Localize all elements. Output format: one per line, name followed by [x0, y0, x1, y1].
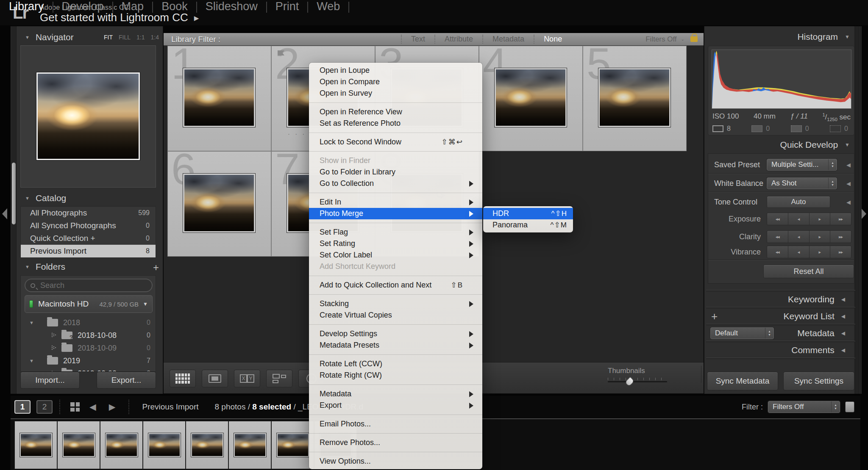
navigator-header[interactable]: ▼ Navigator FITFILL1:11:4 — [25, 32, 159, 42]
shutter-value[interactable]: 1/1250 sec — [822, 112, 851, 122]
filter-lock-icon[interactable] — [690, 36, 698, 42]
context-menu-item[interactable]: Rotate Right (CW) — [309, 370, 482, 381]
decrease-button[interactable]: ◂ — [788, 246, 810, 258]
stepper-arrows-icon[interactable]: ▼▼ — [828, 178, 837, 189]
increase-large-button[interactable]: ▸▸ — [830, 213, 851, 225]
photo-cell[interactable]: 5 — [583, 46, 687, 151]
filmstrip-thumbnail[interactable] — [100, 421, 143, 469]
filmstrip-thumbnail[interactable] — [186, 421, 228, 469]
volume-disclosure-icon[interactable]: ▼ — [143, 301, 148, 307]
folder-expand-icon[interactable]: ▼ — [29, 320, 35, 325]
catalog-item[interactable]: All Photographs 599 — [21, 207, 156, 219]
context-menu-item[interactable]: Go to Folder in Library — [309, 166, 482, 178]
import-button[interactable]: Import... — [20, 372, 80, 389]
sync-metadata-button[interactable]: Sync Metadata — [707, 372, 778, 390]
collapse-left-icon[interactable]: ◀ — [846, 162, 851, 168]
decrease-large-button[interactable]: ◂◂ — [767, 231, 788, 243]
catalog-item[interactable]: All Synced Photographs 0 — [21, 219, 156, 232]
stepper-arrows-icon[interactable]: ▼▼ — [828, 159, 837, 170]
filter-option[interactable]: Text — [401, 35, 434, 44]
module-tab[interactable]: Develop — [53, 0, 113, 13]
folder-expand-icon[interactable]: ▼ — [29, 358, 35, 363]
module-tab[interactable]: Map — [113, 0, 153, 13]
left-panel-collapse-icon[interactable] — [2, 208, 7, 219]
loupe-view-button[interactable] — [202, 370, 228, 387]
histogram-header[interactable]: Histogram ▼ — [797, 32, 850, 42]
increase-button[interactable]: ▸ — [810, 231, 831, 243]
survey-view-button[interactable] — [266, 370, 292, 387]
collapse-left-icon[interactable]: ◀ — [846, 180, 851, 187]
export-button[interactable]: Export... — [97, 372, 156, 389]
zoom-option[interactable]: 1:1 — [136, 34, 145, 41]
context-menu-item[interactable]: Add Shortcut Keyword — [309, 261, 482, 272]
auto-tone-button[interactable]: Auto — [767, 196, 830, 208]
folders-header[interactable]: ▼ Folders + — [25, 262, 159, 272]
module-tab[interactable]: Book — [153, 0, 197, 13]
folder-row[interactable]: ▼ 2019 7 — [21, 354, 156, 367]
grid-view-button[interactable] — [170, 370, 196, 387]
histogram-plot[interactable] — [712, 50, 851, 109]
navigator-preview[interactable] — [20, 45, 156, 188]
context-menu-item[interactable]: Add to Quick Collection and Next ⇧B — [309, 279, 482, 291]
filmstrip-thumbnail[interactable] — [14, 421, 57, 469]
module-tab[interactable]: Web — [308, 0, 349, 13]
folder-row[interactable]: ▼ 2018 0 — [21, 316, 156, 329]
filter-option[interactable]: Metadata — [482, 35, 534, 44]
photo-thumbnail[interactable] — [495, 68, 567, 127]
context-menu-item[interactable]: Stacking — [309, 298, 482, 310]
folder-row[interactable]: ▼ 2018-10-09 0 — [21, 342, 156, 354]
context-menu-item[interactable]: Show in Finder — [309, 155, 482, 166]
filmstrip-filter-select[interactable]: Filters Off ▼▼ — [768, 401, 840, 413]
increase-button[interactable]: ▸ — [810, 213, 831, 225]
iso-value[interactable]: ISO 100 — [712, 112, 739, 122]
context-menu-item[interactable]: Email Photos... — [309, 418, 482, 430]
filmstrip-thumbnail[interactable] — [271, 421, 314, 469]
submenu-item[interactable]: Panorama ^⇧M — [483, 219, 573, 231]
context-menu-item[interactable]: Open in Compare — [309, 76, 482, 88]
module-tab[interactable]: Print — [267, 0, 308, 13]
increase-button[interactable]: ▸ — [810, 246, 831, 258]
context-menu-item[interactable]: Metadata Presets — [309, 340, 482, 351]
metadata-preset-select[interactable]: Default ▼▼ — [710, 327, 774, 339]
reset-all-button[interactable]: Reset All — [763, 265, 854, 278]
decrease-button[interactable]: ◂ — [788, 231, 810, 243]
next-photo-icon[interactable]: ► — [107, 401, 118, 414]
context-menu-item[interactable]: Rotate Left (CCW) — [309, 358, 482, 370]
photo-thumbnail[interactable] — [598, 68, 670, 127]
filter-toggle-button[interactable] — [845, 401, 854, 412]
aperture-value[interactable]: ƒ / 11 — [790, 112, 808, 122]
context-menu-item[interactable]: Open in Reference View — [309, 106, 482, 118]
quick-develop-header[interactable]: Quick Develop ▼ — [780, 140, 850, 150]
decrease-large-button[interactable]: ◂◂ — [767, 213, 788, 225]
left-scrollbar[interactable] — [11, 26, 17, 394]
submenu-item[interactable]: HDR ^⇧H — [483, 208, 573, 219]
context-menu-item[interactable]: View Options... — [309, 456, 482, 467]
filmstrip-thumbnail[interactable] — [57, 421, 100, 469]
zoom-option[interactable]: 1:4 — [151, 34, 159, 41]
saved-preset-select[interactable]: Multiple Setti... ▼▼ — [767, 159, 837, 171]
context-menu-item[interactable]: Open in Loupe — [309, 65, 482, 76]
filter-preset-value[interactable]: Filters Off — [645, 35, 676, 44]
filter-option[interactable]: Attribute — [434, 35, 482, 44]
photo-cell[interactable]: 1 — [167, 46, 271, 151]
second-window-button[interactable]: 2 — [36, 400, 53, 414]
increase-large-button[interactable]: ▸▸ — [830, 231, 851, 243]
context-menu-item[interactable]: Go to Collection — [309, 178, 482, 189]
folder-row[interactable]: ▼ 2019-02-02 2 — [21, 367, 156, 372]
photo-cell[interactable]: 6 — [167, 151, 271, 257]
compare-view-button[interactable]: XY — [234, 370, 260, 387]
collapse-left-icon[interactable]: ◀ — [846, 199, 851, 205]
filmstrip-thumbnail[interactable] — [143, 421, 186, 469]
filmstrip-thumbnail[interactable] — [228, 421, 271, 469]
keywording-section[interactable]: Keywording ◀ — [706, 290, 855, 307]
filmstrip-source[interactable]: Previous Import — [142, 402, 198, 412]
context-menu-item[interactable]: Create Virtual Copies — [309, 310, 482, 321]
context-menu-item[interactable]: Export — [309, 400, 482, 411]
module-tab[interactable]: Slideshow — [197, 0, 267, 13]
add-keyword-icon[interactable]: + — [711, 310, 718, 323]
thumbnail-size-slider[interactable] — [608, 381, 667, 382]
white-balance-select[interactable]: As Shot ▼▼ — [767, 177, 837, 189]
folder-search-input[interactable]: Search — [25, 279, 153, 292]
catalog-item[interactable]: Previous Import 8 — [21, 245, 156, 257]
context-menu-item[interactable]: Open in Survey — [309, 88, 482, 99]
